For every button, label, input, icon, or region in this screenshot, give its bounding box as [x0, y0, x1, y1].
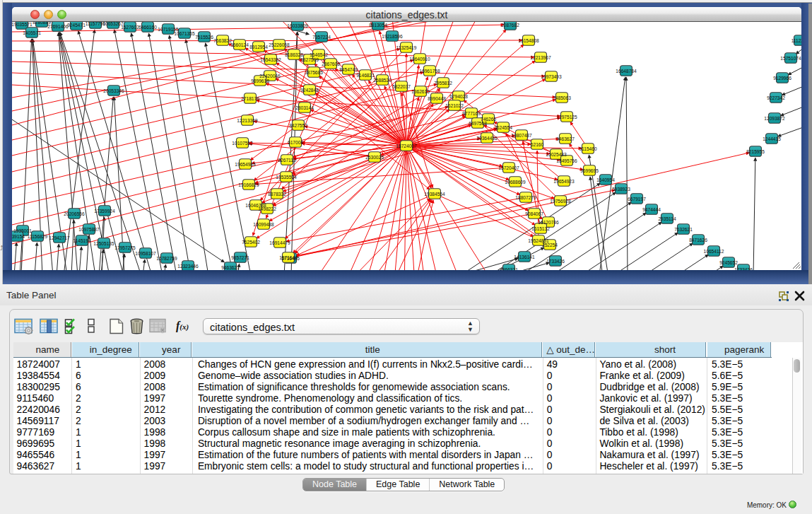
svg-text:2530025: 2530025: [365, 155, 384, 160]
svg-text:1362615: 1362615: [411, 89, 430, 94]
svg-text:19384554: 19384554: [424, 192, 445, 197]
svg-text:18640910: 18640910: [409, 57, 430, 62]
svg-text:8912954: 8912954: [249, 45, 268, 49]
svg-text:10975887: 10975887: [78, 227, 100, 232]
svg-text:19756928: 19756928: [550, 199, 571, 204]
svg-text:7485063: 7485063: [553, 95, 571, 100]
svg-text:10107552: 10107552: [232, 141, 253, 146]
svg-text:939154: 939154: [12, 234, 25, 239]
svg-text:9857271: 9857271: [231, 255, 249, 260]
svg-text:9084067: 9084067: [525, 211, 543, 216]
svg-text:1244415: 1244415: [763, 136, 781, 141]
svg-text:18724007: 18724007: [396, 144, 417, 148]
svg-text:9474444: 9474444: [642, 207, 661, 212]
svg-text:1112295: 1112295: [792, 38, 801, 43]
svg-text:12942717: 12942717: [49, 235, 70, 240]
svg-text:2087682: 2087682: [501, 23, 519, 28]
svg-text:5938923: 5938923: [612, 187, 630, 192]
svg-text:19166829: 19166829: [238, 182, 259, 187]
svg-text:5822037: 5822037: [392, 84, 411, 89]
svg-text:9899618: 9899618: [251, 78, 269, 83]
svg-text:9827509: 9827509: [300, 57, 319, 62]
svg-text:2803144: 2803144: [295, 105, 314, 110]
svg-text:8471626: 8471626: [689, 238, 707, 243]
svg-text:16099488: 16099488: [253, 222, 274, 227]
svg-text:12213369: 12213369: [237, 118, 258, 123]
svg-text:9245471: 9245471: [67, 23, 86, 28]
svg-text:7625402: 7625402: [242, 240, 260, 245]
svg-text:9463627: 9463627: [556, 136, 575, 141]
svg-text:19654985: 19654985: [235, 162, 256, 167]
svg-text:1615132: 1615132: [531, 226, 550, 231]
svg-text:17359924: 17359924: [94, 209, 115, 214]
svg-text:10654112: 10654112: [704, 249, 724, 254]
svg-text:6679197: 6679197: [628, 197, 646, 201]
svg-text:1546542: 1546542: [310, 52, 328, 57]
svg-text:18495756: 18495756: [556, 158, 577, 163]
svg-text:8878332: 8878332: [268, 192, 286, 197]
svg-text:13535594: 13535594: [276, 175, 297, 180]
svg-text:1405571: 1405571: [23, 30, 41, 35]
svg-text:12323446: 12323446: [177, 264, 199, 269]
svg-text:19654923: 19654923: [553, 179, 575, 184]
svg-text:9463621: 9463621: [221, 265, 240, 270]
svg-text:252254: 252254: [542, 243, 558, 247]
svg-text:9129966: 9129966: [773, 76, 792, 81]
svg-text:1733426: 1733426: [734, 267, 753, 271]
svg-text:8454749: 8454749: [339, 67, 358, 72]
svg-text:1621022: 1621022: [445, 103, 464, 108]
svg-text:8267113: 8267113: [278, 158, 296, 163]
svg-text:7955812: 7955812: [434, 81, 452, 86]
svg-text:16914479: 16914479: [269, 240, 290, 245]
svg-text:20206556: 20206556: [64, 211, 85, 216]
svg-text:8215955: 8215955: [746, 149, 765, 154]
svg-text:8427552: 8427552: [289, 123, 307, 128]
svg-text:16961758: 16961758: [419, 69, 440, 74]
svg-text:19035571: 19035571: [12, 22, 33, 27]
svg-text:8990448: 8990448: [428, 96, 446, 101]
svg-text:746266: 746266: [481, 117, 496, 122]
svg-text:12975125: 12975125: [556, 115, 577, 119]
svg-text:12093872: 12093872: [764, 116, 785, 121]
svg-text:1733426: 1733426: [546, 259, 565, 264]
svg-text:16782759: 16782759: [156, 256, 177, 261]
svg-text:1640954: 1640954: [596, 177, 615, 182]
svg-text:2935114: 2935114: [658, 216, 676, 221]
svg-text:9660124: 9660124: [230, 42, 249, 47]
svg-text:1498222: 1498222: [258, 206, 276, 211]
svg-text:15720407: 15720407: [498, 165, 519, 170]
svg-text:7357224: 7357224: [312, 35, 331, 40]
svg-text:16120746: 16120746: [538, 220, 559, 225]
svg-text:9146821: 9146821: [356, 73, 375, 78]
svg-text:16154808: 16154808: [518, 38, 539, 43]
svg-text:10958107: 10958107: [135, 251, 156, 256]
svg-text:12505135: 12505135: [93, 241, 114, 246]
svg-text:19218596: 19218596: [382, 34, 403, 39]
svg-text:1145194: 1145194: [73, 238, 91, 243]
svg-text:6497568: 6497568: [469, 121, 487, 126]
svg-text:9699695: 9699695: [580, 168, 599, 173]
svg-text:11325419: 11325419: [396, 45, 417, 50]
svg-text:22420046: 22420046: [259, 74, 281, 78]
svg-text:6466160: 6466160: [139, 25, 157, 30]
svg-text:7515526: 7515526: [195, 35, 213, 40]
svg-text:3624554: 3624554: [494, 125, 512, 130]
svg-text:20053346: 20053346: [103, 88, 124, 93]
svg-text:10973493: 10973493: [541, 74, 562, 79]
svg-text:7866321: 7866321: [500, 267, 518, 271]
svg-text:20364436: 20364436: [476, 136, 498, 141]
svg-text:7632621: 7632621: [674, 227, 693, 232]
svg-text:62160: 62160: [531, 142, 544, 147]
svg-text:16033809: 16033809: [287, 23, 308, 28]
svg-text:10688609: 10688609: [505, 180, 526, 185]
svg-text:1935001: 1935001: [13, 228, 32, 233]
svg-text:9777169: 9777169: [462, 111, 481, 116]
svg-text:1527602: 1527602: [121, 25, 139, 30]
svg-text:1571644: 1571644: [279, 255, 298, 260]
svg-text:2867608: 2867608: [322, 62, 340, 66]
svg-text:617004: 617004: [288, 140, 303, 145]
svg-text:8813054: 8813054: [369, 23, 387, 28]
svg-text:6794028: 6794028: [449, 94, 468, 99]
svg-text:12213967: 12213967: [530, 55, 551, 60]
svg-text:9227342: 9227342: [767, 95, 785, 100]
